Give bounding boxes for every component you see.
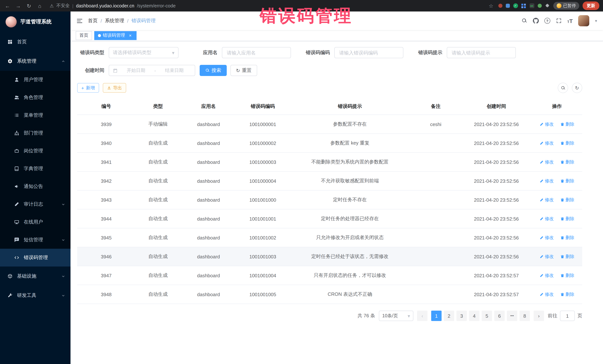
delete-link[interactable]: 删除 (560, 159, 574, 165)
tab-error-codes[interactable]: 错误码管理 × (94, 31, 137, 40)
hamburger-icon[interactable] (76, 18, 83, 24)
pager-next-button[interactable]: › (533, 311, 544, 321)
sidebar-item-positions[interactable]: 岗位管理 (0, 142, 70, 160)
pager-page[interactable]: 2 (444, 311, 454, 321)
edit-link[interactable]: 修改 (540, 234, 554, 241)
error-hint-input[interactable] (447, 47, 515, 58)
pager-page[interactable]: 8 (520, 311, 530, 321)
pager-page[interactable]: 4 (469, 311, 479, 321)
extension-icon-red[interactable] (498, 4, 502, 8)
refresh-table-button[interactable]: ↻ (572, 83, 582, 93)
bookmark-star-icon[interactable]: ☆ (489, 3, 493, 9)
reset-button[interactable]: ↻ 重置 (231, 65, 257, 76)
delete-link[interactable]: 删除 (560, 178, 574, 184)
help-icon[interactable]: ? (544, 18, 550, 24)
sidebar-item-roles[interactable]: 角色管理 (0, 88, 70, 106)
edit-link[interactable]: 修改 (540, 216, 554, 222)
pager-prev-button[interactable]: ‹ (417, 311, 428, 321)
cell-time: 2021-04-20 23:52:56 (461, 171, 532, 190)
export-button[interactable]: 导出 (103, 83, 126, 93)
url-path[interactable]: /system/error-code (137, 3, 175, 8)
user-avatar[interactable] (578, 15, 590, 26)
delete-link[interactable]: 删除 (560, 140, 574, 146)
edit-link[interactable]: 修改 (540, 140, 554, 146)
tab-home[interactable]: 首页 (76, 31, 92, 40)
home-button[interactable]: ⌂ (36, 3, 43, 9)
delete-link[interactable]: 删除 (560, 253, 574, 260)
sidebar-item-label: 通知公告 (24, 183, 65, 190)
wrench-icon (7, 293, 13, 298)
cell-code: 1001001003 (236, 247, 289, 266)
edit-link[interactable]: 修改 (540, 253, 554, 260)
edit-link[interactable]: 修改 (540, 291, 554, 298)
search-button[interactable]: 搜索 (200, 65, 227, 76)
pager-page[interactable]: 1 (431, 311, 441, 321)
edit-link[interactable]: 修改 (540, 272, 554, 278)
sidebar-item-home[interactable]: 首页 (0, 32, 70, 52)
github-icon[interactable] (533, 18, 539, 24)
goto-page-input[interactable] (560, 311, 575, 321)
extension-icon-green[interactable] (537, 4, 542, 8)
sidebar-item-online-users[interactable]: 在线用户 (0, 213, 70, 231)
cell-hint: 不能删除类型为系统内置的参数配置 (289, 153, 410, 171)
sidebar-item-menus[interactable]: 菜单管理 (0, 106, 70, 124)
delete-link[interactable]: 删除 (560, 197, 574, 203)
delete-link[interactable]: 删除 (560, 216, 574, 222)
back-button[interactable]: ← (4, 3, 11, 9)
sidebar-item-users[interactable]: 用户管理 (0, 71, 70, 88)
security-label[interactable]: 不安全 (56, 3, 70, 9)
tab-close-icon[interactable]: × (128, 33, 133, 38)
pencil-icon (540, 254, 544, 259)
col-hint: 错误码提示 (289, 98, 410, 115)
extension-icon-blue[interactable] (506, 4, 510, 8)
extension-icon-check[interactable]: ✓ (513, 3, 518, 8)
delete-link[interactable]: 删除 (560, 121, 574, 127)
font-size-icon[interactable]: TT (567, 18, 573, 23)
extensions-puzzle-icon[interactable] (545, 3, 550, 8)
sidebar-item-notices[interactable]: 通知公告 (0, 177, 70, 195)
delete-link[interactable]: 删除 (560, 272, 574, 278)
pager-page[interactable]: 3 (456, 311, 467, 321)
sidebar-submenu-system: 用户管理 角色管理 菜单管理 部门管理 (0, 71, 70, 266)
breadcrumb-system[interactable]: 系统管理 (105, 17, 124, 24)
sidebar-item-dictionary[interactable]: 字典管理 (0, 160, 70, 177)
edit-link[interactable]: 修改 (540, 121, 554, 127)
delete-link[interactable]: 删除 (560, 234, 574, 241)
update-button[interactable]: 更新 (583, 1, 599, 10)
refresh-button[interactable]: ↻ (25, 3, 33, 9)
breadcrumb-home[interactable]: 首页 (88, 17, 98, 24)
date-range-picker[interactable]: 开始日期 - 结束日期 (109, 65, 195, 76)
sidebar-item-audit-logs[interactable]: 审计日志 (0, 195, 70, 213)
app-name-input[interactable] (222, 47, 290, 58)
avatar-caret-icon[interactable]: ▾ (595, 18, 597, 23)
sidebar-item-error-codes[interactable]: 错误码管理 (0, 249, 70, 266)
sidebar-item-sms[interactable]: 短信管理 (0, 231, 70, 249)
pager-page[interactable]: 6 (494, 311, 505, 321)
code-icon (14, 255, 19, 260)
sidebar-item-infrastructure[interactable]: 基础设施 (0, 266, 70, 286)
sidebar-item-system[interactable]: 系统管理 (0, 52, 70, 71)
edit-link[interactable]: 修改 (540, 178, 554, 184)
tab-label: 错误码管理 (103, 32, 125, 39)
users-icon (14, 95, 19, 100)
error-code-input[interactable] (335, 47, 403, 58)
error-type-select[interactable]: 请选择错误码类型 ▾ (109, 47, 178, 58)
pager-page[interactable]: 5 (482, 311, 492, 321)
sidebar-item-label: 角色管理 (24, 94, 65, 101)
delete-link[interactable]: 删除 (560, 291, 574, 298)
forward-button[interactable]: → (14, 3, 22, 9)
pager-ellipsis[interactable]: ••• (507, 311, 517, 321)
sidebar-item-dev-tools[interactable]: 研发工具 (0, 286, 70, 305)
edit-link[interactable]: 修改 (540, 197, 554, 203)
toggle-search-button[interactable] (558, 83, 568, 93)
page-size-select[interactable]: 10条/页 ▾ (379, 311, 413, 321)
extension-icon-grid[interactable] (521, 3, 526, 8)
url-host[interactable]: dashboard.yudao.iocoder.cn (76, 3, 134, 8)
fullscreen-icon[interactable] (556, 18, 562, 24)
search-icon[interactable] (521, 18, 527, 24)
extension-icon-on[interactable]: on (529, 3, 534, 8)
sidebar-item-departments[interactable]: 部门管理 (0, 124, 70, 142)
add-button[interactable]: + 新增 (77, 83, 99, 93)
profile-paused-badge[interactable]: 已暂停 (553, 2, 579, 10)
edit-link[interactable]: 修改 (540, 159, 554, 165)
